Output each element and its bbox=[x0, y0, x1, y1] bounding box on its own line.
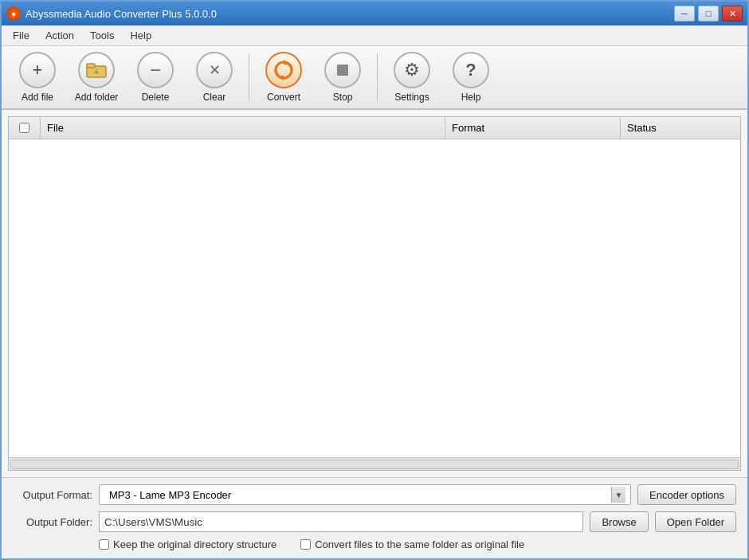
file-column-header: File bbox=[47, 122, 64, 134]
menu-tools[interactable]: Tools bbox=[82, 27, 122, 44]
menu-help[interactable]: Help bbox=[122, 27, 159, 44]
file-list-container: File Format Status bbox=[8, 116, 741, 471]
bottom-panel: Output Format: MP3 - Lame MP3 Encoder ▼ … bbox=[2, 477, 747, 558]
status-column-header: Status bbox=[627, 122, 657, 134]
clear-button[interactable]: ✕ Clear bbox=[186, 50, 242, 104]
maximize-button[interactable]: □ bbox=[698, 6, 719, 22]
keep-directory-text: Keep the original directory structure bbox=[113, 538, 276, 550]
window-title: Abyssmedia Audio Converter Plus 5.0.0.0 bbox=[25, 8, 217, 20]
stop-button[interactable]: Stop bbox=[315, 50, 371, 104]
main-window: ● Abyssmedia Audio Converter Plus 5.0.0.… bbox=[0, 0, 749, 560]
convert-same-folder-label[interactable]: Convert files to the same folder as orig… bbox=[300, 538, 524, 550]
toolbar: + Add file + Add folder − Delete ✕ Clear bbox=[2, 46, 747, 110]
header-status-col: Status bbox=[621, 117, 716, 139]
output-format-row: Output Format: MP3 - Lame MP3 Encoder ▼ … bbox=[13, 484, 736, 505]
output-format-label: Output Format: bbox=[13, 489, 92, 501]
add-file-label: Add file bbox=[22, 92, 53, 103]
delete-button[interactable]: − Delete bbox=[127, 50, 183, 104]
settings-button[interactable]: ⚙ Settings bbox=[384, 50, 440, 104]
menu-action[interactable]: Action bbox=[37, 27, 82, 44]
content-area: File Format Status Output Format: bbox=[2, 110, 747, 558]
title-bar: ● Abyssmedia Audio Converter Plus 5.0.0.… bbox=[2, 2, 747, 25]
delete-label: Delete bbox=[142, 92, 170, 103]
delete-icon: − bbox=[137, 52, 174, 88]
checkboxes-row: Keep the original directory structure Co… bbox=[13, 538, 736, 550]
format-select-value: MP3 - Lame MP3 Encoder bbox=[104, 487, 611, 503]
keep-directory-checkbox[interactable] bbox=[99, 539, 109, 550]
keep-directory-label[interactable]: Keep the original directory structure bbox=[99, 538, 276, 550]
add-folder-icon: + bbox=[78, 52, 115, 88]
add-folder-label: Add folder bbox=[75, 92, 119, 103]
settings-icon: ⚙ bbox=[394, 52, 430, 88]
add-file-icon: + bbox=[19, 52, 56, 88]
clear-icon: ✕ bbox=[196, 52, 233, 88]
output-folder-input[interactable] bbox=[99, 511, 583, 532]
app-icon: ● bbox=[6, 6, 21, 21]
output-folder-row: Output Folder: Browse Open Folder bbox=[13, 511, 736, 532]
help-label: Help bbox=[461, 92, 481, 103]
close-button[interactable]: ✕ bbox=[722, 6, 743, 22]
scrollbar-track[interactable] bbox=[10, 460, 739, 469]
header-checkbox-col[interactable] bbox=[9, 117, 41, 139]
menu-file[interactable]: File bbox=[5, 27, 37, 44]
add-folder-button[interactable]: + Add folder bbox=[69, 50, 124, 104]
add-file-button[interactable]: + Add file bbox=[10, 50, 65, 104]
convert-icon bbox=[265, 52, 302, 88]
select-all-checkbox[interactable] bbox=[19, 123, 29, 133]
horizontal-scrollbar[interactable] bbox=[9, 457, 740, 470]
help-button[interactable]: ? Help bbox=[443, 50, 499, 104]
svg-rect-5 bbox=[337, 65, 348, 76]
output-folder-label: Output Folder: bbox=[13, 516, 92, 528]
header-file-col: File bbox=[41, 117, 445, 139]
svg-text:+: + bbox=[94, 68, 99, 76]
browse-button[interactable]: Browse bbox=[590, 511, 648, 532]
title-bar-left: ● Abyssmedia Audio Converter Plus 5.0.0.… bbox=[6, 6, 217, 21]
close-icon: ✕ bbox=[729, 9, 736, 19]
toolbar-separator-1 bbox=[249, 53, 249, 101]
stop-icon bbox=[324, 52, 361, 88]
maximize-icon: □ bbox=[706, 9, 712, 18]
convert-button[interactable]: Convert bbox=[256, 50, 312, 104]
encoder-options-button[interactable]: Encoder options bbox=[637, 484, 736, 505]
minimize-icon: ─ bbox=[681, 9, 688, 18]
settings-label: Settings bbox=[394, 92, 429, 103]
open-folder-label: Open Folder bbox=[667, 516, 724, 528]
stop-label: Stop bbox=[333, 92, 353, 103]
convert-same-folder-checkbox[interactable] bbox=[300, 539, 311, 550]
convert-label: Convert bbox=[267, 92, 300, 103]
encoder-options-label: Encoder options bbox=[649, 489, 724, 501]
toolbar-separator-2 bbox=[377, 53, 378, 101]
clear-label: Clear bbox=[203, 92, 226, 103]
header-format-col: Format bbox=[445, 117, 621, 139]
menu-bar: File Action Tools Help bbox=[2, 25, 747, 46]
file-list-header: File Format Status bbox=[9, 117, 740, 139]
title-bar-controls: ─ □ ✕ bbox=[674, 6, 743, 22]
help-icon: ? bbox=[453, 52, 489, 88]
format-column-header: Format bbox=[452, 122, 484, 134]
select-dropdown-icon[interactable]: ▼ bbox=[611, 487, 625, 503]
convert-same-folder-text: Convert files to the same folder as orig… bbox=[315, 538, 524, 550]
file-list-body bbox=[9, 139, 740, 457]
output-format-select[interactable]: MP3 - Lame MP3 Encoder ▼ bbox=[99, 484, 631, 505]
header-extra-col bbox=[716, 117, 740, 139]
browse-label: Browse bbox=[602, 516, 636, 528]
minimize-button[interactable]: ─ bbox=[674, 6, 695, 22]
open-folder-button[interactable]: Open Folder bbox=[655, 511, 736, 532]
